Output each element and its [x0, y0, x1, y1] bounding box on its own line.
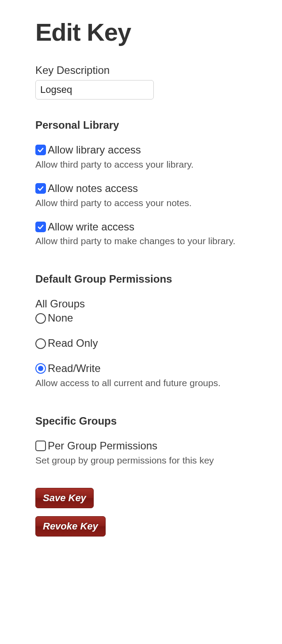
all-groups-subheading: All Groups	[35, 298, 282, 310]
page-title: Edit Key	[35, 18, 282, 46]
allow-write-access-checkbox[interactable]	[35, 222, 46, 232]
group-perm-readwrite-radio[interactable]	[35, 363, 46, 374]
group-perm-none-radio[interactable]	[35, 313, 46, 324]
group-perm-readonly-radio[interactable]	[35, 338, 46, 349]
allow-library-access-checkbox[interactable]	[35, 145, 46, 155]
allow-notes-access-label: Allow notes access	[48, 182, 138, 195]
group-perm-none-label: None	[48, 312, 73, 325]
allow-notes-access-checkbox[interactable]	[35, 183, 46, 194]
allow-library-access-label: Allow library access	[48, 144, 141, 157]
specific-groups-heading: Specific Groups	[35, 415, 282, 427]
per-group-permissions-label: Per Group Permissions	[48, 440, 157, 452]
revoke-key-button[interactable]: Revoke Key	[35, 516, 106, 537]
group-permissions-heading: Default Group Permissions	[35, 273, 282, 285]
key-description-input[interactable]	[35, 80, 154, 100]
per-group-permissions-checkbox[interactable]	[35, 441, 46, 451]
personal-library-heading: Personal Library	[35, 119, 282, 131]
allow-write-access-label: Allow write access	[48, 221, 134, 234]
allow-write-access-desc: Allow third party to make changes to you…	[35, 236, 282, 246]
key-description-label: Key Description	[35, 64, 282, 77]
allow-library-access-desc: Allow third party to access your library…	[35, 159, 282, 170]
group-perm-readonly-label: Read Only	[48, 337, 98, 350]
group-perm-readwrite-desc: Allow access to all current and future g…	[35, 378, 282, 388]
group-perm-readwrite-label: Read/Write	[48, 362, 101, 375]
allow-notes-access-desc: Allow third party to access your notes.	[35, 198, 282, 208]
save-key-button[interactable]: Save Key	[35, 488, 94, 508]
per-group-permissions-desc: Set group by group permissions for this …	[35, 455, 282, 466]
